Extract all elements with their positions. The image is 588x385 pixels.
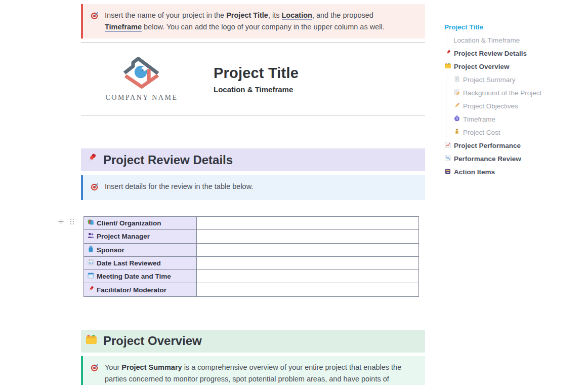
table-row: Facilitator/ Moderator: [84, 283, 419, 296]
review-callout[interactable]: Insert details for the review in the tab…: [81, 175, 425, 200]
toc-item-location-timeframe[interactable]: Location & Timeframe: [446, 33, 566, 47]
plus-icon[interactable]: [57, 218, 65, 227]
row-label: Client/ Organization: [97, 219, 161, 227]
page-title: Project Title: [214, 65, 299, 82]
section-header-overview[interactable]: Project Overview: [81, 330, 425, 353]
overview-callout-text: Your Project Summary is a comprehensive …: [105, 362, 412, 385]
pencil-icon: [453, 102, 460, 110]
toc-item-project-title[interactable]: Project Title: [444, 20, 566, 33]
toc-item-project-objectives[interactable]: Project Objectives: [446, 99, 566, 112]
table-row: Meeting Date and Time: [84, 270, 419, 283]
review-details-table: Client/ Organization Project Manager Spo…: [83, 216, 419, 297]
luggage-icon: [87, 245, 95, 255]
section-title: Project Overview: [103, 334, 202, 348]
table-row: Sponsor: [84, 243, 419, 256]
table-row: Date Last Reviewed: [84, 256, 419, 270]
card-file-box-icon: [444, 168, 451, 176]
row-label: Facilitator/ Moderator: [97, 286, 166, 294]
row-label: Date Last Reviewed: [97, 259, 161, 267]
chart-down-icon: [444, 155, 451, 163]
target-icon: [91, 181, 99, 195]
section-header-review-details[interactable]: Project Review Details: [81, 148, 425, 171]
clock-icon: [453, 115, 460, 124]
table-cell-input[interactable]: [197, 230, 419, 243]
table-of-contents: Project Title Location & Timeframe Proje…: [444, 20, 566, 178]
toc-item-performance-review[interactable]: Performance Review: [444, 152, 566, 165]
card-index-icon: [444, 62, 451, 71]
drag-handle-icon[interactable]: [69, 218, 75, 227]
table-cell-input[interactable]: [197, 283, 419, 296]
table-cell-input[interactable]: [197, 217, 419, 230]
section-title: Project Review Details: [103, 153, 233, 167]
moneybag-icon: [453, 128, 460, 137]
memo-icon: [453, 89, 460, 97]
company-logo-block[interactable]: COMPANY NAME: [94, 56, 190, 102]
card-index-icon: [85, 333, 98, 349]
target-icon: [91, 362, 99, 385]
row-label: Sponsor: [97, 246, 124, 254]
block-controls: [57, 218, 75, 227]
document-icon: [453, 75, 460, 84]
toc-item-action-items[interactable]: Action Items: [444, 165, 566, 178]
toc-item-timeframe[interactable]: Timeframe: [446, 112, 566, 126]
divider: [81, 115, 425, 116]
intro-callout-text: Insert the name of your project in the P…: [105, 10, 412, 33]
page-subtitle: Location & Timeframe: [214, 85, 299, 94]
review-table-zone: Client/ Organization Project Manager Spo…: [81, 216, 425, 297]
intro-callout[interactable]: Insert the name of your project in the P…: [81, 4, 425, 38]
company-name: COMPANY NAME: [94, 94, 190, 102]
document-body: Insert the name of your project in the P…: [81, 0, 425, 385]
calendar-icon: [87, 272, 95, 281]
pushpin-icon: [85, 152, 98, 168]
toc-item-background-of-project[interactable]: Background of the Project: [446, 86, 566, 99]
table-row: Client/ Organization: [84, 217, 419, 230]
table-cell-input[interactable]: [197, 270, 419, 283]
busts-icon: [87, 232, 95, 241]
row-label: Project Manager: [97, 233, 150, 240]
toc-item-project-cost[interactable]: Project Cost: [446, 126, 566, 139]
toc-item-project-summary[interactable]: Project Summary: [446, 73, 566, 86]
review-callout-text: Insert details for the review in the tab…: [105, 181, 253, 195]
header-row: COMPANY NAME Project Title Location & Ti…: [81, 43, 425, 115]
toc-item-project-review-details[interactable]: Project Review Details: [444, 47, 566, 60]
table-cell-input[interactable]: [197, 243, 419, 256]
table-cell-input[interactable]: [197, 256, 419, 270]
pushpin-icon: [444, 49, 451, 58]
toc-item-project-performance[interactable]: Project Performance: [444, 139, 566, 152]
chart-up-icon: [444, 141, 451, 150]
row-label: Meeting Date and Time: [97, 273, 171, 280]
title-block[interactable]: Project Title Location & Timeframe: [214, 65, 299, 94]
spiral-calendar-icon: [87, 258, 95, 268]
table-row: Project Manager: [84, 230, 419, 243]
pushpin-icon: [87, 285, 95, 295]
house-lens-logo-icon: [117, 56, 166, 90]
books-icon: [87, 218, 95, 228]
overview-callout[interactable]: Your Project Summary is a comprehensive …: [81, 356, 425, 385]
target-icon: [91, 10, 99, 33]
toc-item-project-overview[interactable]: Project Overview: [444, 60, 566, 73]
